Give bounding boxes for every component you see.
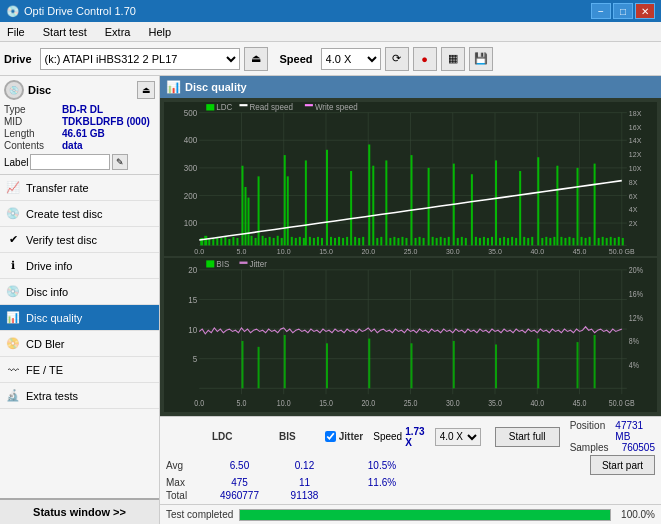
speed-select[interactable]: 4.0 X 1.0 X 2.0 X 6.0 X 8.0 X	[321, 48, 381, 70]
sidebar-item-drive-info[interactable]: ℹ Drive info	[0, 253, 159, 279]
menu-help[interactable]: Help	[145, 25, 174, 39]
svg-text:6X: 6X	[629, 191, 638, 200]
svg-rect-80	[277, 236, 279, 246]
chart-bottom: 20 15 10 5 20% 16% 12% 8% 4%	[164, 258, 657, 412]
svg-text:45.0: 45.0	[573, 247, 587, 256]
pattern-button[interactable]: ▦	[441, 47, 465, 71]
total-bis: 91138	[277, 490, 332, 501]
label-edit-button[interactable]: ✎	[112, 154, 128, 170]
svg-rect-121	[499, 238, 501, 245]
type-value: BD-R DL	[62, 104, 103, 115]
save-button[interactable]: 💾	[469, 47, 493, 71]
ldc-header: LDC	[212, 431, 233, 442]
svg-rect-191	[284, 335, 286, 388]
sidebar-item-extra-tests[interactable]: 🔬 Extra tests	[0, 383, 159, 409]
label-input[interactable]	[30, 154, 110, 170]
svg-text:15.0: 15.0	[319, 247, 333, 256]
content-area: 📊 Disc quality	[160, 76, 661, 524]
minimize-button[interactable]: −	[591, 3, 611, 19]
svg-rect-138	[585, 238, 587, 245]
svg-rect-88	[317, 237, 319, 245]
svg-rect-113	[457, 238, 459, 245]
speed-stat-label: Speed	[373, 431, 402, 442]
svg-text:10.0: 10.0	[277, 399, 291, 409]
sidebar-item-disc-quality[interactable]: 📊 Disc quality	[0, 305, 159, 331]
svg-rect-200	[206, 260, 214, 267]
svg-rect-45	[212, 238, 214, 245]
svg-rect-93	[342, 238, 344, 245]
nav-label-disc-quality: Disc quality	[26, 312, 82, 324]
svg-text:40.0: 40.0	[530, 399, 544, 409]
drive-label: Drive	[4, 53, 32, 65]
svg-rect-149	[239, 104, 247, 106]
start-full-button[interactable]: Start full	[495, 427, 560, 447]
svg-rect-143	[610, 237, 612, 245]
svg-rect-89	[321, 238, 323, 245]
svg-rect-192	[326, 343, 328, 388]
svg-rect-105	[415, 238, 417, 245]
maximize-button[interactable]: □	[613, 3, 633, 19]
svg-rect-132	[553, 237, 555, 245]
status-window-button[interactable]: Status window >>	[0, 498, 159, 524]
svg-text:18X: 18X	[629, 109, 642, 118]
menu-extra[interactable]: Extra	[102, 25, 134, 39]
svg-rect-83	[295, 238, 297, 245]
svg-rect-77	[265, 238, 267, 245]
record-button[interactable]: ●	[413, 47, 437, 71]
svg-rect-63	[495, 160, 497, 245]
speed-stat-value: 1.73 X	[405, 426, 424, 448]
nav-label-cd-bler: CD Bler	[26, 338, 65, 350]
sidebar-item-verify-test-disc[interactable]: ✔ Verify test disc	[0, 227, 159, 253]
svg-text:15: 15	[188, 294, 197, 305]
svg-rect-100	[389, 238, 391, 245]
menu-start-test[interactable]: Start test	[40, 25, 90, 39]
avg-bis: 0.12	[277, 460, 332, 471]
svg-rect-139	[589, 237, 591, 245]
start-part-button[interactable]: Start part	[590, 455, 655, 475]
svg-rect-197	[537, 339, 539, 389]
disc-eject-button[interactable]: ⏏	[137, 81, 155, 99]
svg-rect-97	[362, 237, 364, 245]
eject-button[interactable]: ⏏	[244, 47, 268, 71]
sidebar-item-fe-te[interactable]: 〰 FE / TE	[0, 357, 159, 383]
svg-rect-119	[487, 238, 489, 245]
svg-text:4X: 4X	[629, 205, 638, 214]
title-bar-controls: − □ ✕	[591, 3, 655, 19]
disc-info-icon: 💿	[6, 285, 20, 299]
nav-label-verify-test: Verify test disc	[26, 234, 97, 246]
svg-rect-56	[368, 144, 370, 245]
svg-text:0.0: 0.0	[194, 247, 204, 256]
drive-select[interactable]: (k:) ATAPI iHBS312 2 PL17	[40, 48, 240, 70]
svg-text:20.0: 20.0	[361, 247, 375, 256]
sidebar-item-create-test-disc[interactable]: 💿 Create test disc	[0, 201, 159, 227]
sidebar-item-transfer-rate[interactable]: 📈 Transfer rate	[0, 175, 159, 201]
content-header-icon: 📊	[166, 80, 181, 94]
svg-text:20.0: 20.0	[361, 399, 375, 409]
svg-rect-193	[368, 339, 370, 389]
svg-rect-111	[444, 238, 446, 245]
svg-rect-92	[338, 237, 340, 245]
svg-rect-76	[262, 236, 264, 246]
svg-text:BIS: BIS	[216, 259, 229, 270]
contents-label: Contents	[4, 140, 62, 151]
title-bar: 💿 Opti Drive Control 1.70 − □ ✕	[0, 0, 661, 22]
menu-file[interactable]: File	[4, 25, 28, 39]
type-label: Type	[4, 104, 62, 115]
svg-rect-109	[436, 238, 438, 245]
verify-test-icon: ✔	[6, 233, 20, 247]
sidebar-item-disc-info[interactable]: 💿 Disc info	[0, 279, 159, 305]
svg-rect-190	[258, 347, 260, 388]
speed-stat-select[interactable]: 4.0 X	[435, 428, 481, 446]
nav-label-disc-info: Disc info	[26, 286, 68, 298]
refresh-button[interactable]: ⟳	[385, 47, 409, 71]
svg-text:40.0: 40.0	[530, 247, 544, 256]
length-value: 46.61 GB	[62, 128, 105, 139]
svg-rect-72	[232, 237, 234, 245]
svg-rect-49	[248, 198, 250, 246]
close-button[interactable]: ✕	[635, 3, 655, 19]
total-label: Total	[166, 490, 202, 501]
jitter-checkbox[interactable]	[325, 431, 336, 442]
svg-text:50.0 GB: 50.0 GB	[609, 247, 635, 256]
svg-rect-107	[423, 238, 425, 245]
sidebar-item-cd-bler[interactable]: 📀 CD Bler	[0, 331, 159, 357]
